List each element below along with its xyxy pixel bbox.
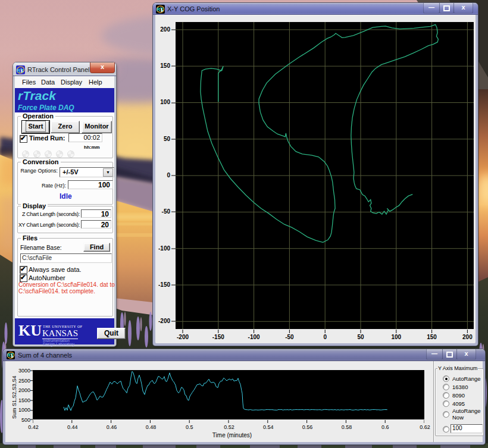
svg-text:RT: RT xyxy=(17,68,24,74)
svg-text:RT: RT xyxy=(7,352,14,358)
svg-text:RT: RT xyxy=(157,7,164,12)
